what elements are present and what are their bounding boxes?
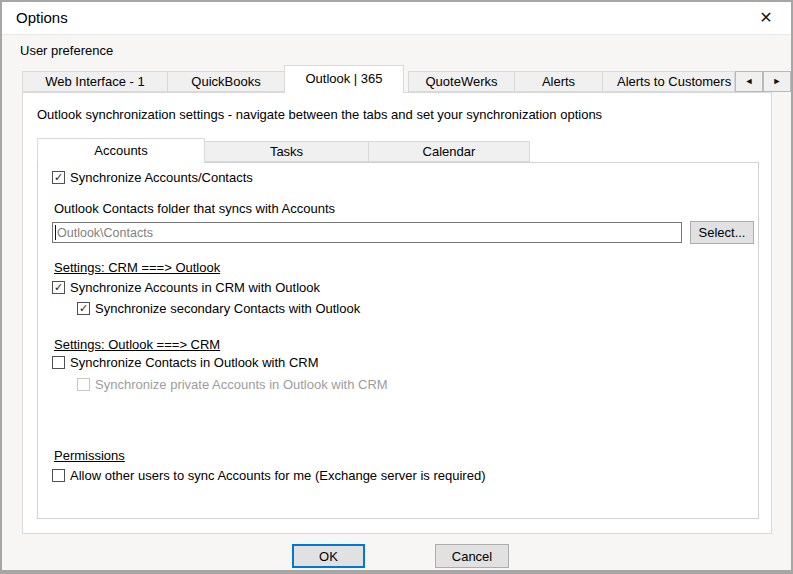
tab-alerts[interactable]: Alerts [514, 71, 603, 92]
tab-scroll-right-button[interactable]: ► [763, 71, 791, 92]
checkbox-icon: ✓ [52, 281, 65, 294]
title-bar: Options ✕ [2, 2, 791, 35]
subtab-accounts[interactable]: Accounts [37, 138, 205, 163]
checkbox-sync-accounts-contacts[interactable]: ✓ Synchronize Accounts/Contacts [52, 170, 253, 185]
checkbox-icon [77, 378, 90, 391]
checkbox-allow-other-users[interactable]: Allow other users to sync Accounts for m… [52, 468, 485, 483]
checkbox-label: Synchronize Contacts in Outlook with CRM [70, 355, 319, 370]
tab-alerts-to-customers[interactable]: Alerts to Customers [602, 71, 735, 92]
arrow-left-icon: ◄ [745, 76, 754, 86]
checkbox-sync-private-accounts: Synchronize private Accounts in Outlook … [77, 377, 388, 392]
subtab-tasks[interactable]: Tasks [204, 141, 369, 162]
arrow-right-icon: ► [773, 76, 782, 86]
tab-scroll-left-button[interactable]: ◄ [735, 71, 763, 92]
checkbox-sync-contacts-outlook-crm[interactable]: Synchronize Contacts in Outlook with CRM [52, 355, 319, 370]
tab-quickbooks[interactable]: QuickBooks [167, 71, 285, 92]
checkbox-label: Synchronize private Accounts in Outlook … [95, 377, 388, 392]
checkbox-label: Synchronize secondary Contacts with Outl… [95, 301, 360, 316]
select-button[interactable]: Select... [690, 221, 754, 244]
heading-outlook-to-crm: Settings: Outlook ===> CRM [54, 337, 220, 352]
folder-input[interactable] [52, 222, 682, 243]
checkbox-label: Synchronize Accounts in CRM with Outlook [70, 280, 320, 295]
text-caret [55, 225, 56, 240]
checkbox-icon: ✓ [52, 171, 65, 184]
tab-outlook-365[interactable]: Outlook | 365 [284, 65, 404, 93]
subtab-calendar[interactable]: Calendar [368, 141, 530, 162]
checkbox-label: Synchronize Accounts/Contacts [70, 170, 253, 185]
user-preference-label: User preference [20, 43, 113, 58]
ok-button[interactable]: OK [292, 544, 365, 568]
page-title: Options [16, 9, 68, 26]
sync-description: Outlook synchronization settings - navig… [37, 107, 602, 122]
checkbox-icon: ✓ [77, 302, 90, 315]
cancel-button[interactable]: Cancel [435, 544, 509, 568]
checkbox-sync-accounts-crm-outlook[interactable]: ✓ Synchronize Accounts in CRM with Outlo… [52, 280, 320, 295]
options-dialog: Options ✕ User preference Web Interface … [0, 0, 793, 574]
checkbox-sync-secondary-contacts[interactable]: ✓ Synchronize secondary Contacts with Ou… [77, 301, 360, 316]
tab-web-interface-1[interactable]: Web Interface - 1 [22, 71, 168, 92]
checkbox-label: Allow other users to sync Accounts for m… [70, 468, 485, 483]
close-icon[interactable]: ✕ [755, 7, 777, 29]
heading-crm-to-outlook: Settings: CRM ===> Outlook [54, 260, 220, 275]
tab-quotewerks[interactable]: QuoteWerks [408, 71, 515, 92]
checkbox-icon [52, 356, 65, 369]
heading-permissions: Permissions [54, 448, 125, 463]
checkbox-icon [52, 469, 65, 482]
folder-label: Outlook Contacts folder that syncs with … [54, 201, 335, 216]
